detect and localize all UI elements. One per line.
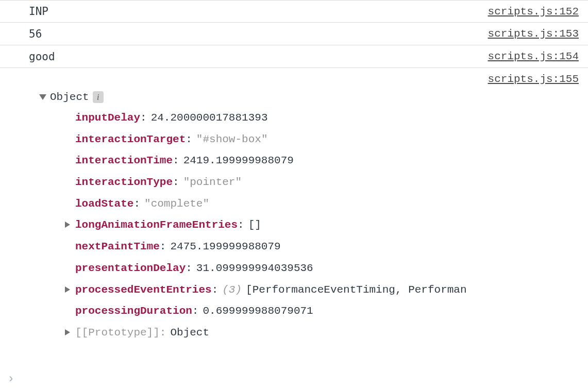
property-key: interactionType <box>75 173 173 192</box>
console-log-row: 56 scripts.js:153 <box>0 23 588 45</box>
property-key: processedEventEntries <box>75 281 212 299</box>
property-value: [] <box>248 216 261 234</box>
property-value: 0.699999988079071 <box>203 302 313 320</box>
property-row[interactable]: [[Prototype]]: Object <box>65 322 579 344</box>
console-object-row: scripts.js:155 Object i inputDelay: 24.2… <box>0 68 588 350</box>
property-value: Object <box>170 324 209 342</box>
property-value: "pointer" <box>183 173 242 192</box>
property-key: loadState <box>75 195 133 213</box>
property-row: interactionTarget: "#show-box" <box>65 129 579 150</box>
property-key: nextPaintTime <box>75 238 160 256</box>
console-text: 56 <box>29 28 42 40</box>
console-text: INP <box>29 5 48 18</box>
property-key: longAnimationFrameEntries <box>75 216 238 234</box>
property-row: nextPaintTime: 2475.199999988079 <box>65 236 579 258</box>
property-value: 31.099999994039536 <box>196 259 313 278</box>
property-row: loadState: "complete" <box>65 193 579 215</box>
property-row[interactable]: longAnimationFrameEntries: [] <box>65 214 579 236</box>
object-properties: inputDelay: 24.200000017881393 interacti… <box>29 103 579 350</box>
property-row: interactionTime: 2419.199999988079 <box>65 150 579 172</box>
console-log-row: good scripts.js:154 <box>0 45 588 68</box>
chevron-down-icon[interactable] <box>39 94 46 100</box>
chevron-right-icon[interactable] <box>65 286 70 293</box>
property-key: interactionTarget <box>75 130 186 149</box>
chevron-right-icon[interactable] <box>65 222 70 228</box>
property-key: [[Prototype]] <box>75 324 160 342</box>
object-label: Object <box>50 91 89 103</box>
chevron-right-icon[interactable] <box>65 329 70 335</box>
source-link[interactable]: scripts.js:153 <box>488 28 579 40</box>
property-row: presentationDelay: 31.099999994039536 <box>65 258 579 279</box>
source-link[interactable]: scripts.js:155 <box>488 73 579 85</box>
property-row: inputDelay: 24.200000017881393 <box>65 107 579 129</box>
property-value: "#show-box" <box>196 130 268 149</box>
console-text: good <box>29 50 55 63</box>
property-value: 24.200000017881393 <box>151 109 268 127</box>
property-value: [PerformanceEventTiming, Performan <box>246 281 466 299</box>
property-row: interactionType: "pointer" <box>65 172 579 193</box>
property-row[interactable]: processedEventEntries: (3) [PerformanceE… <box>65 279 579 301</box>
console-log-row: INP scripts.js:152 <box>0 0 588 23</box>
source-link[interactable]: scripts.js:152 <box>488 6 579 18</box>
property-key: interactionTime <box>75 151 173 170</box>
console-prompt[interactable]: › <box>7 372 14 386</box>
property-row: processingDuration: 0.699999988079071 <box>65 300 579 322</box>
property-count: (3) <box>222 281 242 299</box>
property-key: processingDuration <box>75 302 192 320</box>
chevron-right-icon: › <box>7 372 14 386</box>
property-value: "complete" <box>144 195 209 213</box>
property-value: 2475.199999988079 <box>170 238 280 256</box>
source-link[interactable]: scripts.js:154 <box>488 50 579 62</box>
property-value: 2419.199999988079 <box>183 151 294 170</box>
info-icon[interactable]: i <box>93 91 104 103</box>
property-key: inputDelay <box>75 109 140 127</box>
property-key: presentationDelay <box>75 259 186 278</box>
